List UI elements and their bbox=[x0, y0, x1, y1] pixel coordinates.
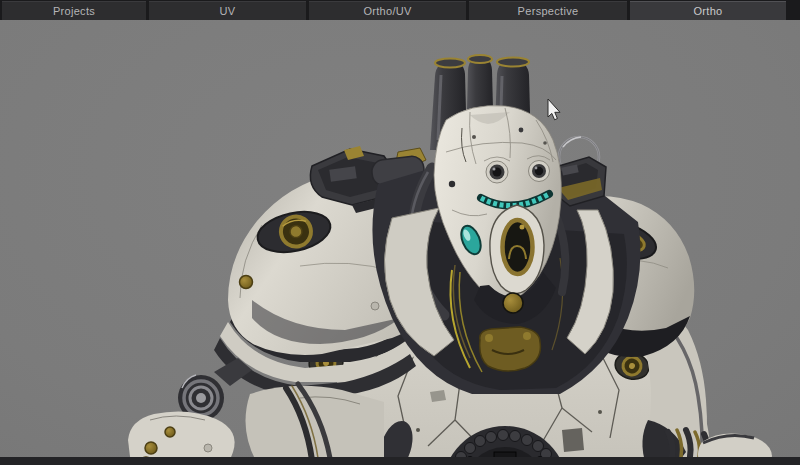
gold-rivet bbox=[240, 276, 253, 289]
bottom-panel-edge bbox=[0, 457, 800, 465]
neck-gold-mech bbox=[480, 327, 541, 371]
eye-left bbox=[486, 161, 508, 183]
tab-ortho[interactable]: Ortho bbox=[630, 1, 786, 20]
eye-right bbox=[529, 161, 550, 182]
3d-viewport[interactable] bbox=[0, 20, 800, 457]
tab-uv[interactable]: UV bbox=[149, 1, 306, 20]
view-tab-bar: Projects UV Ortho/UV Perspective Ortho bbox=[0, 0, 800, 20]
tab-projects[interactable]: Projects bbox=[2, 1, 146, 20]
app-window: Projects UV Ortho/UV Perspective Ortho bbox=[0, 0, 800, 465]
robot-model-render bbox=[0, 0, 800, 465]
mouse-cursor-icon bbox=[548, 99, 560, 120]
tab-perspective[interactable]: Perspective bbox=[469, 1, 627, 20]
elbow-coil bbox=[178, 358, 252, 421]
tab-ortho-uv[interactable]: Ortho/UV bbox=[309, 1, 466, 20]
